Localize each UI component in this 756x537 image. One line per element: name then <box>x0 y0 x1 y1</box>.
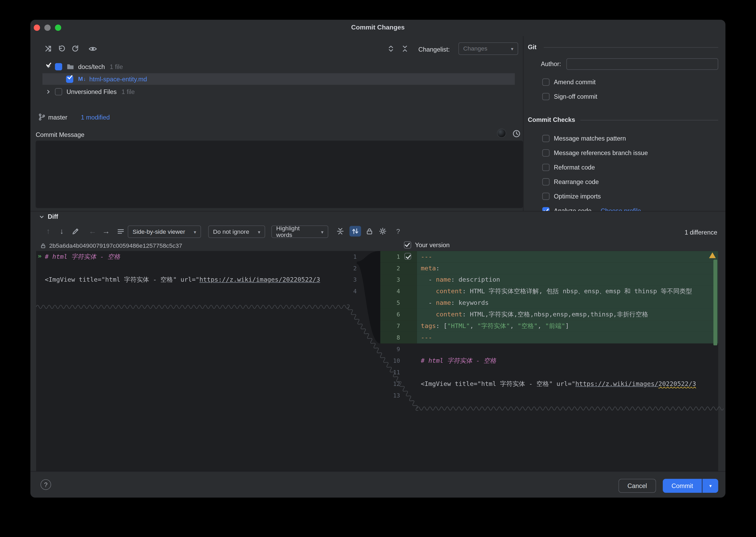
check-row: Analyze codeChoose profile <box>542 203 648 211</box>
checkbox[interactable] <box>542 93 550 100</box>
highlight-mode-dropdown[interactable]: Highlight words ▾ <box>271 225 328 238</box>
sync-scrolling-icon[interactable] <box>350 226 361 236</box>
collapse-all-icon[interactable] <box>400 43 410 54</box>
next-difference-icon[interactable]: ↓ <box>56 226 67 236</box>
checkbox[interactable] <box>542 207 550 211</box>
apply-change-icon[interactable]: » <box>38 252 42 260</box>
code-segment: , <box>470 322 477 329</box>
tree-row-file[interactable]: M ↓ html-space-entity.md <box>66 73 147 85</box>
back-icon[interactable]: ← <box>87 226 98 236</box>
code-segment: , <box>510 322 517 329</box>
check-row: Amend commit <box>542 75 598 89</box>
added-stripe-marker[interactable] <box>713 260 717 345</box>
checkbox[interactable] <box>542 192 550 199</box>
changelist-value: Changes <box>463 45 488 52</box>
cancel-button[interactable]: Cancel <box>618 479 656 493</box>
modified-files-link[interactable]: 1 modified <box>81 113 110 121</box>
collapsed-region-separator <box>417 406 718 410</box>
commit-button[interactable]: Commit <box>663 479 702 493</box>
code-line: # html 字符实体 - 空格 <box>36 251 347 263</box>
code-segment: --- <box>421 253 432 260</box>
apply-line-checkbox[interactable] <box>404 253 411 260</box>
folder-file-count: 1 file <box>110 63 123 70</box>
code-line <box>417 344 718 355</box>
inline-view-icon[interactable] <box>115 226 126 236</box>
code-segment: meta <box>421 265 436 272</box>
expand-all-icon[interactable] <box>386 43 396 54</box>
help-icon[interactable]: ? <box>393 226 403 236</box>
code-segment <box>421 310 436 318</box>
changelist-dropdown[interactable]: Changes ▾ <box>458 42 518 55</box>
chevron-down-icon: ▾ <box>709 483 712 488</box>
chevron-down-icon: ▾ <box>258 229 260 234</box>
code-segment: - <box>421 276 436 283</box>
check-row: Rearrange code <box>542 174 648 189</box>
folder-checkbox[interactable] <box>55 63 62 70</box>
check-row: Optimize imports <box>542 189 648 203</box>
chevron-down-icon[interactable] <box>37 212 46 221</box>
revision-hash: 2b5a6da4b0490079197c0059486e1257758c5c37 <box>49 242 182 249</box>
preview-eye-icon[interactable] <box>87 43 98 54</box>
show-diff-icon[interactable] <box>43 43 54 54</box>
checkbox[interactable] <box>542 163 550 171</box>
previous-difference-icon[interactable]: ↑ <box>43 226 54 236</box>
author-input[interactable] <box>566 58 718 70</box>
branch-row: master 1 modified <box>38 111 110 123</box>
code-segment: https://z.wiki/images/20220522/3 <box>200 276 320 283</box>
history-clock-icon[interactable] <box>511 128 521 139</box>
old-version-editor[interactable]: # html 字符实体 - 空格<ImgView title="html 字符实… <box>36 251 347 472</box>
code-line: <ImgView title="html 字符实体 - 空格" url="htt… <box>36 274 347 286</box>
your-version-checkbox[interactable] <box>404 241 411 248</box>
edit-source-icon[interactable] <box>70 226 80 236</box>
check-row: Sign-off commit <box>542 89 598 104</box>
code-segment: HTML 字符实体空格详解, 包括 nbsp、ensp、emsp 和 thins… <box>470 287 692 295</box>
code-segment: name <box>436 299 451 306</box>
settings-gear-icon[interactable] <box>378 226 388 236</box>
checkbox-label: Amend commit <box>554 78 596 85</box>
help-button[interactable]: ? <box>41 479 51 490</box>
whitespace-dropdown[interactable]: Do not ignore ▾ <box>208 225 265 238</box>
lock-icon[interactable] <box>364 226 375 236</box>
warning-stripe-icon[interactable] <box>709 252 716 258</box>
tree-row-folder[interactable]: docs/tech 1 file <box>45 61 123 72</box>
checkbox-label: Message references branch issue <box>554 149 648 156</box>
checkbox[interactable] <box>542 78 550 85</box>
checkbox[interactable] <box>542 178 550 185</box>
checkbox[interactable] <box>542 149 550 156</box>
code-line: tags: ["HTML", "字符实体", "空格", "前端"] <box>417 320 718 332</box>
viewer-mode-dropdown[interactable]: Side-by-side viewer ▾ <box>128 225 201 238</box>
tree-row-unversioned[interactable]: Unversioned Files 1 file <box>45 86 135 98</box>
choose-profile-link[interactable]: Choose profile <box>600 207 641 211</box>
forward-icon[interactable]: → <box>101 226 111 236</box>
rollback-icon[interactable] <box>56 43 67 54</box>
your-version-editor[interactable]: ---meta: - name: description content: HT… <box>417 251 718 472</box>
code-segment: "字符实体" <box>477 322 510 329</box>
code-segment: "空格" <box>517 322 538 329</box>
line-number: 9 <box>380 344 417 355</box>
code-line: --- <box>417 251 718 263</box>
unversioned-checkbox[interactable] <box>55 88 62 95</box>
commit-message-input[interactable] <box>35 141 523 208</box>
file-name: html-space-entity.md <box>89 75 147 82</box>
checkbox[interactable] <box>542 135 550 142</box>
code-segment: tags <box>421 322 436 329</box>
code-segment: <ImgView title="html 字符实体 - 空格" url=" <box>421 380 576 387</box>
chevron-right-icon[interactable] <box>45 88 52 95</box>
commit-options-button[interactable]: ▾ <box>702 479 718 493</box>
code-segment: : <box>451 276 459 283</box>
file-checkbox[interactable] <box>66 75 73 82</box>
folder-icon <box>67 63 74 70</box>
line-number: 2 <box>380 263 417 274</box>
ai-assistant-icon[interactable] <box>497 129 506 138</box>
viewer-mode-value: Side-by-side viewer <box>132 228 185 235</box>
code-segment: keywords <box>459 299 489 306</box>
collapse-unchanged-icon[interactable] <box>335 226 346 236</box>
diff-section: Diff ↑ ↓ ← → Side-by-side viewer ▾ Do no… <box>30 211 726 471</box>
code-segment: content <box>436 287 462 295</box>
refresh-icon[interactable] <box>70 43 80 54</box>
line-number: 11 <box>380 367 417 378</box>
checkbox-label: Optimize imports <box>554 192 601 199</box>
line-number: 6 <box>380 309 417 320</box>
code-line: --- <box>417 332 718 344</box>
checkbox-label: Rearrange code <box>554 178 599 185</box>
